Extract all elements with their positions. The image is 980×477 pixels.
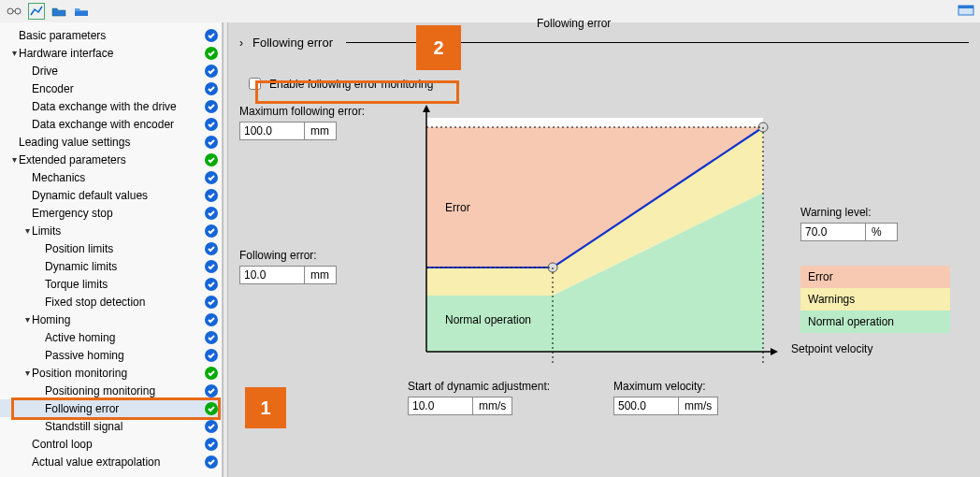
- input-max-following-error-value[interactable]: [240, 123, 304, 139]
- enable-checkbox-input[interactable]: [249, 78, 261, 90]
- glasses-icon[interactable]: [6, 3, 22, 20]
- tree-item[interactable]: Emergency stop: [0, 204, 222, 222]
- check-icon: [205, 260, 218, 273]
- tree-item[interactable]: Dynamic limits: [0, 257, 222, 275]
- tree-item-label: Basic parameters: [19, 29, 205, 42]
- legend-error: Error: [800, 266, 950, 288]
- window-monitor-icon[interactable]: [958, 3, 974, 20]
- caret-icon[interactable]: ▾: [22, 314, 32, 325]
- check-icon: [205, 331, 218, 344]
- check-icon: [205, 207, 218, 220]
- input-max-following-error[interactable]: mm: [239, 122, 337, 140]
- tree-item[interactable]: Actual value extrapolation: [0, 453, 222, 470]
- callout-1: 1: [245, 387, 286, 428]
- tree-item-label: Dynamic default values: [32, 189, 205, 202]
- tree-item[interactable]: ▾Hardware interface: [0, 44, 222, 62]
- input-max-velocity-value[interactable]: [614, 398, 678, 414]
- check-icon: [205, 65, 218, 78]
- chart-xlabel: Setpoint velocity: [791, 342, 872, 355]
- tree-item[interactable]: Torque limits: [0, 275, 222, 293]
- check-icon: [205, 136, 218, 149]
- tree-item[interactable]: Dynamic default values: [0, 186, 222, 204]
- check-ok-icon: [205, 153, 218, 166]
- chart-label-error: Error: [445, 201, 470, 214]
- tree-item-label: Control loop: [32, 438, 205, 451]
- content-pane: › Following error Enable following error…: [228, 22, 980, 477]
- toolbar: [0, 0, 980, 22]
- label-max-velocity: Maximum velocity:: [613, 380, 763, 393]
- enable-following-error-checkbox[interactable]: Enable following error monitoring: [239, 72, 439, 95]
- input-following-error[interactable]: mm: [239, 266, 337, 284]
- following-error-chart: Error Normal operation: [408, 99, 780, 370]
- input-warning-level[interactable]: %: [800, 223, 898, 241]
- check-icon: [205, 455, 218, 469]
- chart-box-icon[interactable]: [28, 3, 45, 20]
- label-max-following-error: Maximum following error:: [239, 105, 389, 118]
- tree-item-label: Standstill signal: [45, 420, 205, 433]
- tree-item-label: Dynamic limits: [45, 260, 205, 273]
- parameter-tree: Basic parameters▾Hardware interfaceDrive…: [0, 22, 223, 477]
- caret-icon[interactable]: ▾: [22, 368, 32, 378]
- enable-checkbox-label: Enable following error monitoring: [269, 78, 433, 91]
- check-icon: [205, 29, 218, 42]
- tree-item[interactable]: Active homing: [0, 328, 222, 346]
- tree-item[interactable]: Encoder: [0, 80, 222, 97]
- tree-item-label: Leading value settings: [19, 136, 205, 149]
- unit-warning-level: %: [865, 224, 897, 240]
- legend-warnings: Warnings: [800, 288, 950, 311]
- check-icon: [205, 278, 218, 291]
- folder-blue-icon[interactable]: [73, 3, 90, 20]
- caret-icon[interactable]: ▾: [9, 154, 19, 165]
- check-icon: [205, 224, 218, 238]
- tree-item[interactable]: Data exchange with the drive: [0, 97, 222, 115]
- tree-item[interactable]: Data exchange with encoder: [0, 115, 222, 133]
- tree-item[interactable]: Positioning monitoring: [0, 382, 222, 399]
- tree-item-label: Emergency stop: [32, 207, 205, 220]
- tree-item[interactable]: Mechanics: [0, 168, 222, 186]
- caret-icon[interactable]: ▾: [9, 48, 19, 58]
- check-icon: [205, 82, 218, 95]
- tree-item[interactable]: Following error: [0, 399, 222, 417]
- check-icon: [205, 171, 218, 184]
- tree-item[interactable]: Standstill signal: [0, 417, 222, 435]
- unit-start-dynamic: mm/s: [472, 398, 512, 414]
- tree-item[interactable]: ▾Position monitoring: [0, 364, 222, 382]
- tree-item[interactable]: Basic parameters: [0, 26, 222, 44]
- unit-following-error: mm: [304, 267, 336, 283]
- caret-icon[interactable]: ▾: [22, 225, 32, 236]
- tree-item[interactable]: Leading value settings: [0, 133, 222, 151]
- chevron-right-icon[interactable]: ›: [239, 36, 243, 50]
- tree-item[interactable]: Drive: [0, 62, 222, 80]
- input-max-velocity[interactable]: mm/s: [613, 397, 718, 415]
- heading-title: Following error: [252, 36, 333, 50]
- check-ok-icon: [205, 367, 218, 380]
- check-icon: [205, 349, 218, 362]
- check-icon: [205, 118, 218, 131]
- tree-item[interactable]: Position limits: [0, 239, 222, 257]
- tree-item-label: Drive: [32, 65, 205, 78]
- tree-item-label: Data exchange with the drive: [32, 100, 205, 113]
- tree-item[interactable]: Passive homing: [0, 346, 222, 364]
- folder-open-icon[interactable]: [50, 3, 67, 20]
- unit-max-velocity: mm/s: [678, 398, 717, 414]
- tree-item[interactable]: ▾Limits: [0, 222, 222, 239]
- tree-item[interactable]: Control loop: [0, 435, 222, 453]
- check-icon: [205, 313, 218, 326]
- check-icon: [205, 242, 218, 255]
- tree-item-label: Active homing: [45, 331, 205, 344]
- input-following-error-value[interactable]: [240, 267, 304, 283]
- tree-item[interactable]: ▾Extended parameters: [0, 151, 222, 168]
- tree-item-label: Position limits: [45, 242, 205, 255]
- input-start-dynamic[interactable]: mm/s: [408, 397, 512, 415]
- input-warning-level-value[interactable]: [801, 224, 865, 240]
- tree-item-label: Extended parameters: [19, 153, 205, 166]
- chart-title: Following error: [537, 17, 611, 30]
- input-start-dynamic-value[interactable]: [409, 398, 472, 414]
- svg-point-0: [7, 8, 13, 14]
- tree-item[interactable]: Fixed stop detection: [0, 293, 222, 311]
- check-icon: [205, 296, 218, 309]
- check-ok-icon: [205, 402, 218, 415]
- tree-item[interactable]: ▾Homing: [0, 311, 222, 328]
- tree-item-label: Encoder: [32, 82, 205, 95]
- legend-normal: Normal operation: [800, 311, 950, 333]
